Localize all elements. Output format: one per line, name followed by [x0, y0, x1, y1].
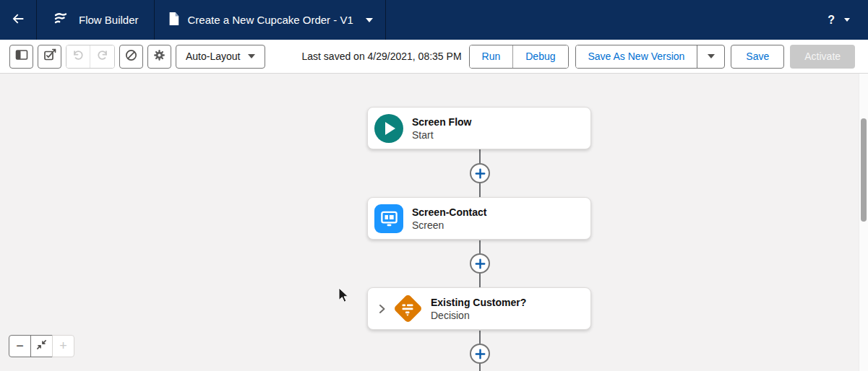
minus-icon: − [16, 339, 24, 354]
save-as-caret-down-icon [708, 54, 715, 58]
app-header: Flow Builder Create a New Cupcake Order … [0, 0, 868, 40]
select-elements-button[interactable] [38, 45, 61, 69]
plus-icon: + [59, 339, 67, 354]
app-name: Flow Builder [79, 14, 139, 26]
flow-title-menu[interactable]: Create a New Cupcake Order - V1 [155, 0, 386, 40]
activate-button[interactable]: Activate [790, 45, 855, 69]
back-button[interactable] [0, 0, 37, 40]
flow-node-screen-contact[interactable]: Screen-Contact Screen [367, 197, 591, 240]
plus-icon [475, 168, 486, 179]
node-title: Screen-Contact [412, 206, 486, 219]
zoom-controls: − + [9, 335, 74, 357]
layout-mode-dropdown[interactable]: Auto-Layout [176, 45, 265, 69]
plus-icon [475, 349, 486, 359]
decision-element-icon [392, 293, 424, 325]
flow-node-existing-customer[interactable]: Existing Customer? Decision [367, 287, 591, 330]
help-icon: ? [828, 14, 835, 27]
help-menu[interactable]: ? [828, 0, 868, 40]
node-text: Screen-Contact Screen [412, 206, 486, 232]
panel-toggle-icon [14, 48, 29, 64]
flow-node-start[interactable]: Screen Flow Start [367, 107, 591, 149]
redo-icon [96, 48, 109, 64]
last-saved-status: Last saved on 4/29/2021, 08:35 PM [302, 51, 462, 62]
node-subtitle: Start [412, 128, 471, 141]
scrollbar-thumb[interactable] [861, 118, 867, 222]
flow-start-play-icon [374, 114, 403, 143]
builder-toolbar: Auto-Layout Last saved on 4/29/2021, 08:… [0, 40, 868, 74]
save-as-dropdown-button[interactable] [697, 45, 724, 68]
debug-button[interactable]: Debug [512, 45, 567, 68]
node-title: Screen Flow [412, 115, 471, 128]
title-caret-down-icon [366, 18, 373, 22]
undo-redo-group [66, 45, 115, 69]
mouse-cursor [338, 287, 350, 306]
toggle-toolbox-button[interactable] [9, 45, 33, 69]
screen-element-icon [374, 204, 403, 233]
layout-caret-down-icon [248, 54, 255, 58]
add-element-button[interactable] [470, 344, 490, 364]
vertical-scrollbar [859, 74, 868, 371]
undo-button[interactable] [66, 45, 90, 68]
multi-select-icon [43, 48, 57, 65]
node-text: Existing Customer? Decision [431, 296, 526, 322]
flow-title: Create a New Cupcake Order - V1 [188, 14, 353, 26]
add-element-button[interactable] [470, 253, 490, 274]
flow-settings-button[interactable] [147, 45, 171, 69]
node-subtitle: Screen [412, 219, 486, 232]
save-as-new-version-button[interactable]: Save As New Version [576, 45, 697, 68]
plus-icon [475, 258, 486, 269]
flow-builder-logo-icon [52, 10, 69, 30]
flow-canvas[interactable]: Screen Flow Start Screen-Contact Screen [0, 74, 868, 371]
gear-icon [152, 48, 166, 65]
zoom-in-button[interactable]: + [52, 335, 74, 357]
expand-branches-chevron-icon[interactable] [378, 303, 386, 315]
redo-button[interactable] [90, 45, 114, 68]
save-button[interactable]: Save [731, 45, 784, 69]
back-arrow-icon [10, 11, 26, 30]
node-subtitle: Decision [431, 309, 526, 322]
app-branding: Flow Builder [37, 0, 155, 40]
node-title: Existing Customer? [431, 296, 526, 309]
undo-icon [72, 48, 85, 64]
view-errors-button[interactable] [119, 45, 143, 69]
zoom-out-button[interactable]: − [9, 335, 31, 357]
layout-mode-label: Auto-Layout [186, 51, 241, 62]
run-debug-group: Run Debug [469, 45, 569, 69]
add-element-button[interactable] [470, 163, 490, 183]
zoom-fit-button[interactable] [30, 335, 53, 357]
document-icon [167, 11, 180, 30]
save-as-group: Save As New Version [575, 45, 726, 69]
help-caret-down-icon [844, 18, 850, 22]
node-text: Screen Flow Start [412, 115, 471, 141]
run-button[interactable]: Run [470, 45, 513, 68]
prohibit-icon [124, 48, 138, 65]
collapse-arrows-icon [36, 339, 47, 353]
